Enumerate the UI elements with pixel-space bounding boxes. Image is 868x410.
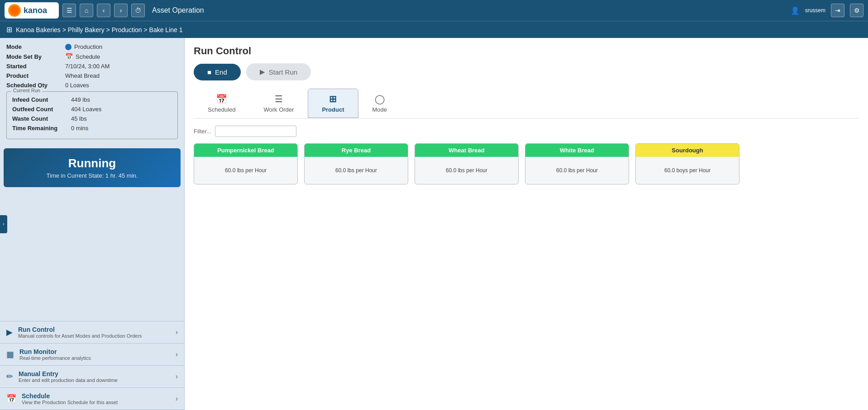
manual-entry-icon: ✏ xyxy=(6,372,13,382)
bottom-nav: ▶ Run Control Manual controls for Asset … xyxy=(0,321,184,410)
started-label: Started xyxy=(6,63,65,70)
infeed-count-label: Infeed Count xyxy=(12,96,71,103)
page-title: Asset Operation xyxy=(152,6,204,14)
manual-entry-desc: Enter and edit production data and downt… xyxy=(19,377,170,383)
run-monitor-title: Run Monitor xyxy=(19,348,170,355)
mode-tab-label: Mode xyxy=(372,106,387,113)
product-card-sourdough[interactable]: Sourdough 60.0 boys per Hour xyxy=(635,143,739,184)
back-button[interactable]: ‹ xyxy=(97,4,110,17)
product-card-white[interactable]: White Bread 60.0 lbs per Hour xyxy=(525,143,629,184)
product-card-wheat[interactable]: Wheat Bread 60.0 lbs per Hour xyxy=(415,143,519,184)
run-control-title: Run Control xyxy=(18,326,170,333)
start-run-label: Start Run xyxy=(269,68,297,76)
scheduled-qty-value: 0 Loaves xyxy=(65,82,89,89)
tab-mode[interactable]: ◯ Mode xyxy=(358,89,401,118)
schedule-icon: 📅 xyxy=(6,394,16,404)
white-header: White Bread xyxy=(525,144,629,157)
running-title: Running xyxy=(12,156,172,170)
collapse-button[interactable]: › xyxy=(0,215,7,233)
filter-label: Filter... xyxy=(194,128,211,135)
time-remaining-value: 0 mins xyxy=(71,125,88,132)
filter-input[interactable] xyxy=(215,126,296,137)
run-monitor-desc: Real-time performance analytics xyxy=(19,355,170,361)
running-subtitle: Time in Current State: 1 hr. 45 min. xyxy=(12,172,172,179)
product-grid: Pumpernickel Bread 60.0 lbs per Hour Rye… xyxy=(194,143,859,184)
nav-item-run-monitor[interactable]: ▦ Run Monitor Real-time performance anal… xyxy=(0,344,184,366)
nav-item-run-monitor-content: Run Monitor Real-time performance analyt… xyxy=(19,348,170,361)
start-run-button[interactable]: ▶ Start Run xyxy=(246,63,311,80)
button-row: ■ End ▶ Start Run xyxy=(194,63,859,80)
nav-item-schedule-content: Schedule View the Production Schedule fo… xyxy=(22,392,170,405)
user-icon: 👤 xyxy=(791,6,800,15)
sourdough-header: Sourdough xyxy=(636,144,739,157)
scheduled-tab-label: Scheduled xyxy=(208,106,235,113)
started-value: 7/10/24, 3:00 AM xyxy=(65,63,110,70)
work-order-tab-icon: ☰ xyxy=(275,94,283,104)
wheat-body: 60.0 lbs per Hour xyxy=(415,157,518,184)
product-row: Product Wheat Bread xyxy=(6,72,178,79)
current-run-box: Current Run Infeed Count 449 lbs Outfeed… xyxy=(6,91,178,139)
manual-entry-arrow-icon: › xyxy=(176,372,178,381)
end-button[interactable]: ■ End xyxy=(194,64,241,80)
home-button[interactable]: ⌂ xyxy=(80,4,93,17)
running-status: Running Time in Current State: 1 hr. 45 … xyxy=(4,148,181,187)
mode-set-by-row: Mode Set By 📅 Schedule xyxy=(6,53,178,60)
user-name: srussem xyxy=(805,7,825,14)
run-monitor-arrow-icon: › xyxy=(176,350,178,358)
outfeed-count-value: 404 Loaves xyxy=(71,106,101,113)
run-control-arrow-icon: › xyxy=(176,328,178,336)
work-order-tab-label: Work Order xyxy=(263,106,294,113)
nav-item-schedule[interactable]: 📅 Schedule View the Production Schedule … xyxy=(0,388,184,410)
nav-item-manual-entry[interactable]: ✏ Manual Entry Enter and edit production… xyxy=(0,366,184,388)
pumpernickel-header: Pumpernickel Bread xyxy=(194,144,297,157)
mode-set-by-text: Schedule xyxy=(76,53,100,60)
end-button-label: End xyxy=(215,68,227,76)
left-panel: › Mode Production Mode Set By 📅 Schedule… xyxy=(0,38,185,410)
product-card-rye[interactable]: Rye Bread 60.0 lbs per Hour xyxy=(304,143,408,184)
info-section: Mode Production Mode Set By 📅 Schedule S… xyxy=(0,38,184,145)
product-tab-icon: ⊞ xyxy=(329,94,337,104)
white-body: 60.0 lbs per Hour xyxy=(525,157,629,184)
mode-value-text: Production xyxy=(74,43,102,50)
mode-dot-icon xyxy=(65,44,72,50)
right-panel: Run Control ■ End ▶ Start Run 📅 Schedule… xyxy=(185,38,868,410)
mode-row: Mode Production xyxy=(6,43,178,50)
rye-header: Rye Bread xyxy=(305,144,408,157)
scheduled-tab-icon: 📅 xyxy=(216,94,227,104)
run-control-icon: ▶ xyxy=(6,327,13,337)
time-remaining-row: Time Remaining 0 mins xyxy=(12,125,172,132)
outfeed-count-label: Outfeed Count xyxy=(12,106,71,113)
mode-set-by-value: 📅 Schedule xyxy=(65,53,100,60)
tab-work-order[interactable]: ☰ Work Order xyxy=(249,89,308,118)
mode-label: Mode xyxy=(6,43,65,50)
schedule-arrow-icon: › xyxy=(176,395,178,403)
manual-entry-title: Manual Entry xyxy=(19,370,170,377)
hamburger-button[interactable]: ☰ xyxy=(62,4,76,17)
rye-body: 60.0 lbs per Hour xyxy=(305,157,408,184)
tab-scheduled[interactable]: 📅 Scheduled xyxy=(194,89,249,118)
nav-item-run-control[interactable]: ▶ Run Control Manual controls for Asset … xyxy=(0,321,184,344)
schedule-desc: View the Production Schedule for this as… xyxy=(22,400,170,405)
history-button[interactable]: ⏱ xyxy=(131,4,145,17)
time-remaining-label: Time Remaining xyxy=(12,125,71,132)
nav-right: 👤 srussem ⇥ ⚙ xyxy=(791,4,863,17)
tab-product[interactable]: ⊞ Product xyxy=(308,89,358,118)
infeed-count-row: Infeed Count 449 lbs xyxy=(12,96,172,103)
run-monitor-icon: ▦ xyxy=(6,349,14,359)
end-stop-icon: ■ xyxy=(207,68,211,76)
product-tab-label: Product xyxy=(322,106,344,113)
product-label: Product xyxy=(6,72,65,79)
product-card-pumpernickel[interactable]: Pumpernickel Bread 60.0 lbs per Hour xyxy=(194,143,298,184)
infeed-count-value: 449 lbs xyxy=(71,96,90,103)
run-control-heading: Run Control xyxy=(194,45,859,57)
settings-button[interactable]: ⚙ xyxy=(850,4,863,17)
started-row: Started 7/10/24, 3:00 AM xyxy=(6,63,178,70)
nav-item-manual-entry-content: Manual Entry Enter and edit production d… xyxy=(19,370,170,383)
wheat-header: Wheat Bread xyxy=(415,144,518,157)
forward-button[interactable]: › xyxy=(114,4,128,17)
tabs-row: 📅 Scheduled ☰ Work Order ⊞ Product ◯ Mod… xyxy=(194,89,859,118)
logout-button[interactable]: ⇥ xyxy=(831,4,844,17)
breadcrumb-icon: ⊞ xyxy=(6,25,12,34)
nav-item-run-control-content: Run Control Manual controls for Asset Mo… xyxy=(18,326,170,339)
logo-area: kanoa xyxy=(5,2,59,19)
